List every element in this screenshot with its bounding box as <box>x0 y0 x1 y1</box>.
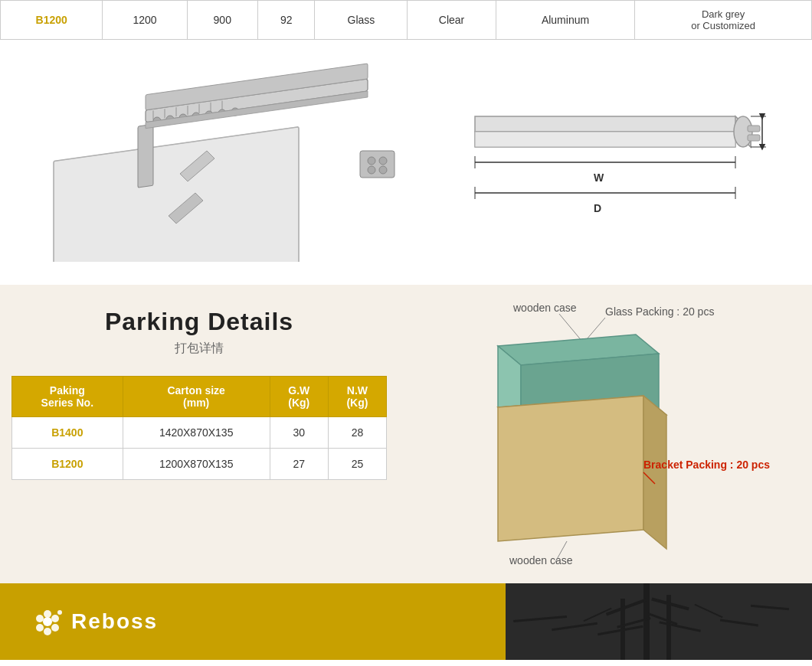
svg-rect-32 <box>748 126 760 132</box>
svg-point-21 <box>379 157 387 165</box>
svg-rect-80 <box>552 622 598 631</box>
logo-icon <box>31 605 65 639</box>
svg-rect-33 <box>748 135 760 141</box>
col-header-carton: Carton size (mm) <box>123 377 270 417</box>
svg-point-20 <box>368 157 375 165</box>
series-b1200: B1200 <box>12 449 123 480</box>
svg-rect-81 <box>751 605 789 610</box>
parking-left: Parking Details 打包详情 Paking Series No. C… <box>0 285 398 583</box>
svg-point-23 <box>379 166 387 174</box>
svg-rect-18 <box>138 124 153 188</box>
parking-right: wooden case Glass Packing : 20 pcs <box>398 285 812 583</box>
col-header-nw: N.W (Kg) <box>328 377 386 417</box>
parking-title-en: Parking Details <box>105 308 293 336</box>
col-header-gw: G.W (Kg) <box>270 377 328 417</box>
parking-table: Paking Series No. Carton size (mm) G.W (… <box>11 376 387 480</box>
table-cell-finish: Dark grey or Customized <box>635 1 812 40</box>
table-cell-id: B1200 <box>1 1 103 40</box>
footer-left: Reboss <box>0 583 506 660</box>
assembly-diagram <box>46 63 398 262</box>
table-cell-frame: Aluminum <box>496 1 634 40</box>
table-cell-glass: Glass <box>315 1 408 40</box>
brand-name: Reboss <box>71 609 158 634</box>
svg-rect-71 <box>606 599 647 616</box>
table-cell-height: 92 <box>257 1 315 40</box>
carton-b1200: 1200X870X135 <box>123 449 270 480</box>
svg-point-65 <box>36 615 44 622</box>
table-cell-width: 1200 <box>103 1 187 40</box>
parking-title-cn: 打包详情 <box>175 341 224 357</box>
dimension-svg: H W D <box>444 70 766 254</box>
dimension-diagram: H W D <box>444 70 766 254</box>
footer-right-image <box>506 583 812 660</box>
series-b1400: B1400 <box>12 417 123 449</box>
svg-point-63 <box>44 628 51 635</box>
packing-svg: wooden case Glass Packing : 20 pcs <box>437 292 774 576</box>
svg-rect-19 <box>360 151 395 178</box>
assembly-svg <box>46 63 398 262</box>
table-row: B1200 1200X870X135 27 25 <box>12 449 387 480</box>
col-header-series: Paking Series No. <box>12 377 123 417</box>
svg-rect-0 <box>54 127 299 262</box>
svg-point-64 <box>36 624 44 632</box>
table-cell-color: Clear <box>408 1 496 40</box>
svg-rect-82 <box>513 615 567 622</box>
specs-table: B1200 1200 900 92 Glass Clear Aluminum D… <box>0 0 812 40</box>
svg-marker-55 <box>643 396 666 549</box>
nw-b1200: 25 <box>328 449 386 480</box>
svg-rect-68 <box>643 583 650 660</box>
svg-text:Glass Packing : 20 pcs: Glass Packing : 20 pcs <box>605 305 714 318</box>
svg-text:wooden case: wooden case <box>512 302 577 314</box>
footer-image-svg <box>506 583 812 660</box>
svg-marker-30 <box>475 132 735 147</box>
svg-rect-76 <box>659 621 700 632</box>
svg-text:W: W <box>594 171 604 184</box>
gw-b1400: 30 <box>270 417 328 449</box>
svg-rect-78 <box>694 604 722 619</box>
svg-text:D: D <box>594 202 601 214</box>
footer-section: Reboss <box>0 583 812 660</box>
svg-marker-54 <box>498 396 643 541</box>
svg-point-66 <box>43 617 52 626</box>
svg-point-61 <box>51 615 59 622</box>
parking-section: Parking Details 打包详情 Paking Series No. C… <box>0 285 812 583</box>
table-cell-depth: 900 <box>187 1 257 40</box>
svg-text:wooden case: wooden case <box>509 554 573 566</box>
svg-point-60 <box>44 610 51 618</box>
table-row: B1400 1420X870X135 30 28 <box>12 417 387 449</box>
diagrams-section: H W D <box>0 40 812 285</box>
svg-point-67 <box>57 610 62 615</box>
svg-point-62 <box>51 624 59 632</box>
svg-text:Bracket Packing : 20 pcs: Bracket Packing : 20 pcs <box>643 459 770 471</box>
gw-b1200: 27 <box>270 449 328 480</box>
svg-point-22 <box>368 166 375 174</box>
carton-b1400: 1420X870X135 <box>123 417 270 449</box>
nw-b1400: 28 <box>328 417 386 449</box>
svg-rect-79 <box>720 619 758 627</box>
logo-container: Reboss <box>31 605 158 639</box>
